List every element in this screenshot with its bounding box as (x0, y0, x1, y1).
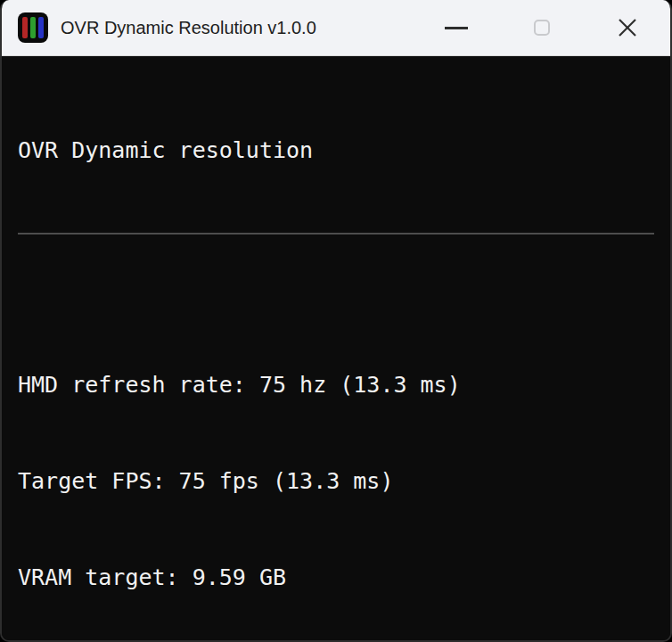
icon-blue-bar (38, 17, 44, 38)
caption-buttons (414, 0, 670, 55)
icon-green-bar (30, 17, 36, 38)
window-title: OVR Dynamic Resolution v1.0.0 (61, 18, 316, 38)
page-title: OVR Dynamic resolution (18, 135, 654, 167)
stat-target-fps: Target FPS: 75 fps (13.3 ms) (18, 465, 654, 498)
close-icon (616, 16, 639, 39)
close-button[interactable] (585, 0, 670, 55)
stat-vram-target: VRAM target: 9.59 GB (18, 562, 654, 594)
maximize-button (499, 0, 585, 55)
icon-red-bar (22, 17, 28, 38)
stat-hmd-refresh-rate: HMD refresh rate: 75 hz (13.3 ms) (18, 369, 654, 401)
titlebar[interactable]: OVR Dynamic Resolution v1.0.0 (2, 0, 670, 56)
app-window: OVR Dynamic Resolution v1.0.0 OVR Dynami… (0, 0, 672, 642)
maximize-icon (534, 20, 550, 36)
minimize-icon (445, 27, 468, 29)
app-icon (18, 12, 48, 43)
minimize-button[interactable] (414, 0, 499, 55)
heading-separator (18, 233, 654, 235)
main-content: OVR Dynamic resolution HMD refresh rate:… (2, 56, 670, 642)
